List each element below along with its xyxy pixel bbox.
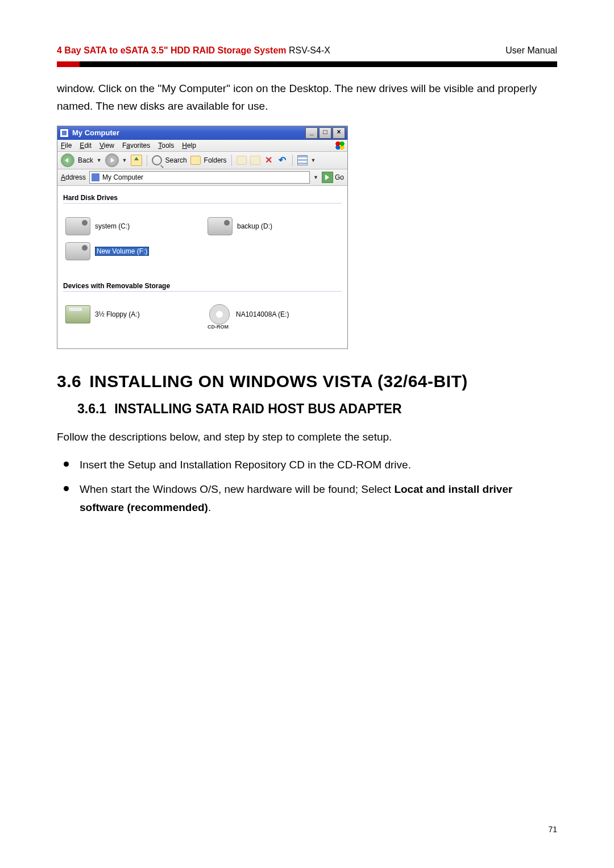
up-button-icon[interactable] — [131, 155, 142, 166]
group-hard-disks: Hard Disk Drives — [63, 192, 342, 203]
forward-dropdown-icon[interactable]: ▼ — [122, 157, 127, 163]
folders-button-label[interactable]: Folders — [204, 156, 227, 164]
drive-d-label: backup (D:) — [237, 222, 272, 230]
address-dropdown-icon[interactable]: ▼ — [313, 175, 318, 180]
hdd-icon — [208, 217, 233, 235]
toolbar: Back ▼ ▼ Search Folders ✕ ↶ ▼ — [57, 152, 347, 169]
go-icon — [322, 172, 333, 183]
explorer-content: Hard Disk Drives system (C:) backup (D:)… — [57, 186, 347, 348]
window-titlebar[interactable]: My Computer _ □ × — [57, 126, 347, 140]
subsection-title: INSTALLING SATA RAID HOST BUS ADAPTER — [114, 401, 402, 416]
forward-button-icon[interactable] — [105, 153, 119, 167]
hdd-icon — [65, 217, 90, 235]
windows-flag-icon — [335, 141, 345, 150]
intro-paragraph: window. Click on the "My Computer" icon … — [57, 80, 557, 115]
header-right: User Manual — [505, 45, 557, 56]
my-computer-icon — [60, 128, 69, 138]
my-computer-window: My Computer _ □ × File Edit View Favorit… — [57, 126, 348, 349]
menu-edit[interactable]: Edit — [80, 142, 92, 149]
toolbar-separator — [292, 155, 293, 166]
cdrom-tag: CD-ROM — [208, 324, 229, 330]
menu-favorites[interactable]: Favorites — [122, 142, 150, 149]
group-removable: Devices with Removable Storage — [63, 280, 342, 292]
follow-paragraph: Follow the descriptions below, and step … — [57, 428, 557, 446]
go-label: Go — [335, 173, 344, 181]
menu-bar: File Edit View Favorites Tools Help — [57, 140, 347, 152]
maximize-button[interactable]: □ — [319, 127, 331, 139]
section-heading: 3.6INSTALLING ON WINDOWS VISTA (32/64-BI… — [57, 372, 557, 391]
drive-f[interactable]: New Volume (F:) — [65, 242, 185, 260]
search-button-label[interactable]: Search — [165, 156, 187, 164]
window-title: My Computer — [72, 128, 119, 137]
back-button-label[interactable]: Back — [78, 156, 93, 164]
bullet-2-post: . — [208, 501, 211, 513]
toolbar-separator — [147, 155, 147, 166]
page-number: 71 — [548, 825, 557, 834]
address-input[interactable] — [89, 171, 310, 184]
bullet-list: Insert the Setup and Installation Reposi… — [60, 456, 557, 516]
list-item: Insert the Setup and Installation Reposi… — [60, 456, 557, 474]
views-icon[interactable] — [297, 155, 308, 165]
menu-tools[interactable]: Tools — [158, 142, 174, 149]
section-number: 3.6 — [57, 372, 81, 391]
menu-view[interactable]: View — [99, 142, 114, 149]
header-left: 4 Bay SATA to eSATA 3.5" HDD RAID Storag… — [57, 45, 330, 56]
copy-to-icon[interactable] — [250, 155, 260, 165]
toolbar-separator — [231, 155, 232, 166]
address-bar: Address ▼ Go — [57, 169, 347, 186]
drive-c-label: system (C:) — [95, 222, 130, 230]
section-title: INSTALLING ON WINDOWS VISTA (32/64-BIT) — [89, 372, 468, 391]
menu-file[interactable]: File — [61, 142, 72, 149]
undo-icon[interactable]: ↶ — [277, 155, 288, 165]
back-dropdown-icon[interactable]: ▼ — [97, 157, 102, 163]
drive-d[interactable]: backup (D:) — [208, 217, 327, 235]
header-divider — [57, 61, 557, 67]
views-dropdown-icon[interactable]: ▼ — [311, 157, 316, 163]
address-label: Address — [61, 173, 86, 181]
hdd-icon — [65, 242, 90, 260]
drive-a[interactable]: 3½ Floppy (A:) — [65, 305, 185, 323]
floppy-icon — [65, 305, 90, 323]
go-button[interactable]: Go — [322, 172, 344, 183]
drive-e-label: NA1014008A (E:) — [236, 310, 289, 318]
drive-e[interactable]: CD-ROM NA1014008A (E:) — [208, 305, 327, 323]
folders-icon[interactable] — [190, 155, 201, 165]
search-icon[interactable] — [152, 155, 162, 165]
drive-a-label: 3½ Floppy (A:) — [95, 310, 140, 318]
page-header: 4 Bay SATA to eSATA 3.5" HDD RAID Storag… — [57, 45, 557, 61]
product-model: RSV-S4-X — [289, 45, 330, 55]
drive-f-label: New Volume (F:) — [95, 247, 149, 256]
product-title: 4 Bay SATA to eSATA 3.5" HDD RAID Storag… — [57, 45, 287, 55]
drive-c[interactable]: system (C:) — [65, 217, 185, 235]
subsection-heading: 3.6.1INSTALLING SATA RAID HOST BUS ADAPT… — [77, 401, 557, 417]
minimize-button[interactable]: _ — [305, 127, 318, 139]
subsection-number: 3.6.1 — [77, 401, 106, 416]
bullet-2-pre: When start the Windows O/S, new hardware… — [80, 483, 394, 495]
menu-help[interactable]: Help — [182, 142, 196, 149]
cdrom-icon: CD-ROM — [208, 306, 231, 323]
close-button[interactable]: × — [333, 127, 345, 139]
list-item: When start the Windows O/S, new hardware… — [60, 480, 557, 516]
delete-icon[interactable]: ✕ — [264, 155, 274, 165]
move-to-icon[interactable] — [237, 155, 247, 165]
back-button-icon[interactable] — [61, 153, 74, 167]
